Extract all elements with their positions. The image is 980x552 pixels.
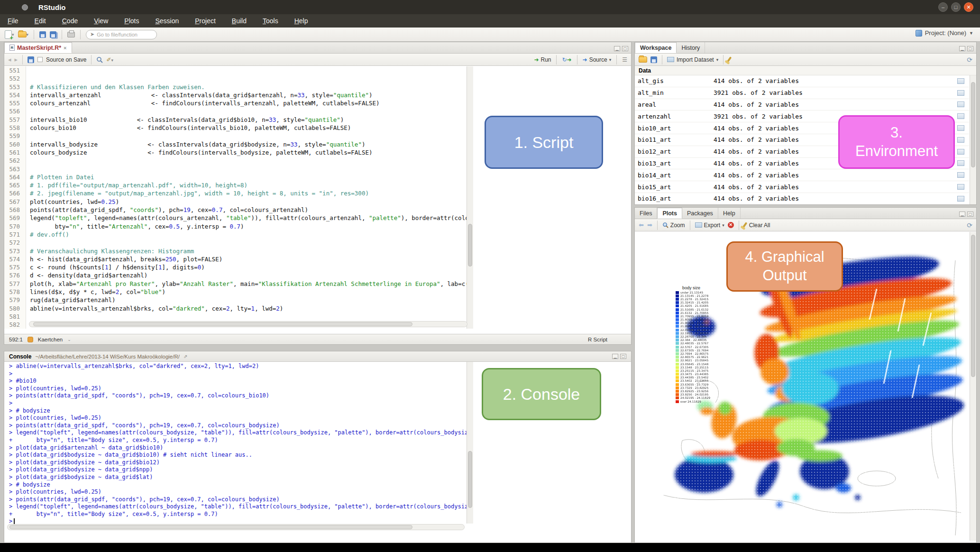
new-file-button[interactable]: ▾ [5,30,14,39]
remove-plot-icon[interactable]: ✕ [728,222,734,228]
menu-item[interactable]: View [94,17,108,25]
tab-help[interactable]: Help [718,208,741,219]
view-data-grid-icon[interactable] [957,149,964,155]
next-plot-icon[interactable]: ➡ [647,221,652,229]
menu-item[interactable]: File [8,17,18,25]
legend-swatch [676,379,679,382]
view-data-grid-icon[interactable] [957,172,964,178]
file-type-selector[interactable]: R Script [588,337,607,342]
window-title: RStudio [38,3,66,11]
find-icon[interactable] [96,56,103,63]
save-all-button[interactable] [50,30,56,39]
view-data-grid-icon[interactable] [957,113,964,119]
save-button[interactable] [39,30,46,39]
tab-files[interactable]: Files [635,208,657,219]
console-output[interactable]: > abline(v=intervalls_artenzahl$brks, co… [4,362,468,543]
workspace-object-row[interactable]: bio15_art 414 obs. of 2 variables [635,181,969,193]
maximize-pane-icon[interactable]: ▢ [967,46,973,51]
legend-entry: 24.02195 - 24.11829 [676,396,733,400]
menu-item[interactable]: Edit [35,17,46,25]
menu-item[interactable]: Help [294,17,308,25]
forward-icon[interactable]: ▸ [15,56,18,63]
code-tools-wand-icon[interactable]: ✐▾ [106,56,113,63]
code-line: 555 colours_artenzahl <- findColours(int… [4,99,468,107]
view-data-grid-icon[interactable] [957,101,964,107]
menu-item[interactable]: Tools [263,17,278,25]
tab-history[interactable]: History [677,42,705,53]
line-number: 579 [4,296,26,304]
document-outline-icon[interactable]: ☰ [622,56,627,63]
open-in-files-icon[interactable]: ⇗ [183,354,187,359]
minimize-button[interactable]: – [938,2,948,12]
scope-selector[interactable]: Kaertchen [38,337,63,342]
line-number: 578 [4,288,26,296]
goto-file-input[interactable]: ➤ Go to file/function [86,30,157,39]
maximize-button[interactable]: □ [951,2,961,12]
print-button[interactable] [67,30,75,39]
close-button[interactable]: ✕ [964,2,973,12]
menu-item[interactable]: Plots [124,17,139,25]
menu-item[interactable]: Project [195,17,216,25]
workspace-object-row[interactable]: bio14_art 414 obs. of 2 variables [635,169,969,181]
workspace-vertical-scrollbar[interactable] [970,75,976,204]
menu-item[interactable]: Code [62,17,78,25]
project-selector[interactable]: Project: (None) ▼ [916,29,973,37]
code-editor[interactable]: 551 552 553 # Klassifizieren und den Kla… [4,66,468,329]
back-icon[interactable]: ◂ [8,56,11,63]
minimize-pane-icon[interactable]: ▁ [614,46,620,51]
source-on-save-checkbox[interactable] [37,57,43,62]
code-line: 560 intervalls_bodysize <- classInterval… [4,140,468,148]
save-workspace-icon[interactable] [650,56,657,63]
view-data-grid-icon[interactable] [957,137,964,143]
view-data-grid-icon[interactable] [957,90,964,96]
minimize-pane-icon[interactable]: ▁ [612,354,618,359]
rerun-icon[interactable]: ↻➜ [562,56,571,63]
tab-workspace[interactable]: Workspace [635,42,677,53]
zoom-plot-button[interactable]: Zoom [662,222,685,229]
open-file-button[interactable]: ▾ [18,30,29,39]
workspace-object-row[interactable]: alt_gis 414 obs. of 2 variables [635,75,969,87]
view-data-grid-icon[interactable] [957,125,964,131]
load-workspace-icon[interactable] [639,56,647,63]
import-dataset-button[interactable]: Import Dataset ▾ [667,56,718,63]
workspace-object-row[interactable]: areal 414 obs. of 2 variables [635,99,969,111]
plots-vertical-scrollbar[interactable] [970,232,976,541]
tab-packages[interactable]: Packages [682,208,718,219]
editor-vertical-scrollbar[interactable] [467,66,473,329]
console-line: > # bodysize [9,481,468,489]
console-line: > points(attr(data_grid_spdf, "coords"),… [9,392,468,400]
maximize-pane-icon[interactable]: ▢ [622,46,628,51]
console-vertical-scrollbar[interactable] [467,362,473,524]
source-button[interactable]: ➜ Source ▾ [583,56,612,63]
menu-item[interactable]: Build [232,17,247,25]
menu-item[interactable]: Session [155,17,179,25]
minimize-pane-icon[interactable]: ▁ [959,212,965,217]
maximize-pane-icon[interactable]: ▢ [620,354,626,359]
save-icon[interactable] [27,56,34,63]
view-data-grid-icon[interactable] [957,160,964,166]
console-horizontal-scrollbar[interactable] [7,524,465,530]
run-button[interactable]: ➜ Run [534,56,551,63]
line-number: 556 [4,107,26,115]
previous-plot-icon[interactable]: ⬅ [639,221,644,229]
view-data-grid-icon[interactable] [957,196,964,202]
editor-horizontal-scrollbar[interactable] [29,321,467,327]
clear-all-broom-icon[interactable] [742,222,747,228]
view-data-grid-icon[interactable] [957,184,964,190]
workspace-object-row[interactable]: bio16_art 414 obs. of 2 variables [635,193,969,204]
clear-all-label[interactable]: Clear All [749,222,770,229]
line-number: 555 [4,99,26,107]
editor-tab[interactable]: R MasterSkript.R* × [4,42,72,53]
view-data-grid-icon[interactable] [957,78,964,84]
maximize-pane-icon[interactable]: ▢ [967,212,973,217]
tab-plots[interactable]: Plots [657,208,682,219]
clear-workspace-broom-icon[interactable] [727,56,732,63]
line-number: 573 [4,247,26,255]
minimize-pane-icon[interactable]: ▁ [959,46,965,51]
workspace-object-row[interactable]: alt_min 3921 obs. of 2 variables [635,87,969,99]
code-text: # Plotten in Datei [26,173,94,181]
tab-close-icon[interactable]: × [64,45,66,51]
refresh-icon[interactable]: ⟳ [967,56,972,64]
export-plot-button[interactable]: Export ▾ [695,222,724,229]
refresh-icon[interactable]: ⟳ [967,221,972,229]
